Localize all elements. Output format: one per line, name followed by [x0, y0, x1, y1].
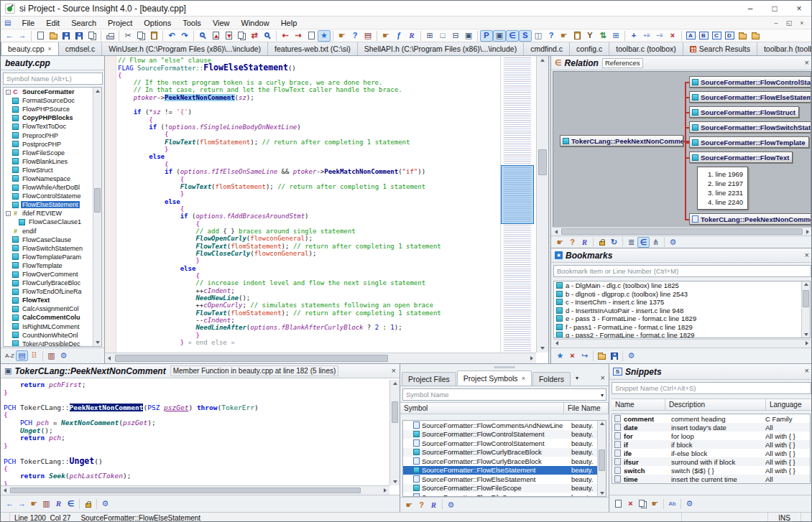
project-window-icon[interactable]: P	[480, 30, 493, 42]
browse-window-icon[interactable]: ☛	[558, 30, 571, 42]
project-tab-folders[interactable]: Folders	[532, 372, 571, 386]
project-symbol-row[interactable]: SourceFormatter::FlowCurlyBraceBlockbeau…	[403, 457, 606, 466]
remove-bookmark-icon[interactable]: ×	[566, 350, 578, 361]
context-window-icon[interactable]: ▣	[493, 30, 506, 42]
mdi-close-button[interactable]: ×	[795, 19, 808, 27]
symbol-window-toggle-icon[interactable]: ☛	[379, 30, 392, 42]
symbol-item[interactable]: FlowTemplate	[4, 261, 101, 270]
project-symbol-row[interactable]: SourceFormatter::FlowFileScopebeauty.	[403, 484, 606, 493]
bookmark-item[interactable]: d - InsertIsInAutoPair - insert.c line 9…	[554, 307, 810, 315]
delete-all-icon[interactable]: ×	[666, 30, 679, 42]
symbol-item[interactable]: FlowCaseClause1	[4, 218, 101, 226]
browse-project-icon[interactable]: ☛	[336, 30, 349, 42]
minimap-viewport[interactable]	[501, 165, 534, 224]
symbol-item[interactable]: FlowOverComment	[4, 270, 101, 279]
project-close-icon[interactable]: ×	[601, 373, 605, 382]
add-bookmark-icon[interactable]: ★	[554, 350, 566, 361]
menu-window[interactable]: Window	[236, 17, 275, 29]
sort-alphabetic-icon[interactable]: A-Z	[4, 350, 16, 361]
editor-code[interactable]: // Flow an "else" clauseFLAG SourceForma…	[118, 57, 499, 353]
maximize-button[interactable]: □	[762, 1, 787, 16]
context-lock-icon[interactable]	[82, 498, 94, 509]
project-symbol-row[interactable]: SourceFormatter::FlowControlStatementbea…	[403, 439, 606, 448]
snippet-row[interactable]: timeinsert the current timeAll	[612, 475, 810, 483]
bookmark-item[interactable]: c - InsertChm - insert.c line 1375	[554, 298, 810, 307]
browse-symbol-icon[interactable]	[261, 30, 274, 42]
symbol-item[interactable]: FlowControlStateme	[4, 192, 101, 200]
symbol-item[interactable]: PreprocPHP	[4, 131, 101, 139]
bookmark-horizontal-scrollbar[interactable]	[553, 339, 811, 347]
tab-cmdsel.c[interactable]: cmdsel.c	[59, 42, 102, 55]
context-forward-icon[interactable]: →	[16, 498, 28, 509]
snippets-close-icon[interactable]: ×	[805, 366, 809, 375]
project-tab-project-symbols[interactable]: Project Symbols×	[457, 370, 532, 386]
search-backward-icon[interactable]	[209, 30, 222, 42]
menu-edit[interactable]: Edit	[40, 17, 65, 29]
tree-expander-icon[interactable]: -	[6, 211, 11, 216]
tab-cmdfind.c[interactable]: cmdfind.c	[524, 42, 570, 55]
reference-book-icon[interactable]: ▥	[45, 350, 57, 361]
search-icon[interactable]	[196, 30, 209, 42]
search-files-icon[interactable]	[235, 30, 248, 42]
new-window-icon[interactable]: ⊞	[609, 30, 622, 42]
reference-line-item[interactable]: 4. line 2240	[708, 197, 743, 207]
relation-node[interactable]: TokerCLang::PeekNextNonComment	[560, 135, 683, 146]
snippet-row[interactable]: dateinsert today's dateAll	[612, 423, 810, 432]
context-vertical-scrollbar[interactable]	[389, 380, 400, 485]
project-drag-grip[interactable]	[400, 364, 609, 370]
relation-node[interactable]: SourceFormatter::FlowStruct	[689, 106, 799, 118]
project-symbol-row[interactable]: SourceFormatter::FlowElseStatementbeauty…	[403, 466, 606, 475]
relation-help-icon[interactable]: ?	[566, 237, 578, 248]
clip-window-icon[interactable]: ◫	[532, 30, 545, 42]
snippet-row[interactable]: ifif blockAll with { }	[612, 440, 810, 449]
symbol-item[interactable]: FlowSwitchStatemen	[4, 244, 101, 253]
tab-search[interactable]: Search Results	[683, 42, 757, 55]
tab-shellapi.h[interactable]: ShellAPI.h (C:\Program Files (x86)\...\i…	[358, 42, 524, 55]
save-as-icon[interactable]	[73, 30, 86, 42]
snippet-name-input[interactable]	[612, 382, 811, 394]
relation-close-icon[interactable]: ×	[805, 58, 809, 67]
context-horizontal-scrollbar[interactable]	[1, 485, 389, 495]
cut-icon[interactable]: ✂	[121, 30, 134, 42]
undo-icon[interactable]: ↶	[165, 30, 178, 42]
back-icon[interactable]: ←	[3, 30, 16, 42]
snippet-row[interactable]: forfor loopAll with { }	[612, 432, 810, 440]
symbol-item[interactable]: FlowTextToDoc	[4, 122, 101, 131]
bookmark-item[interactable]: a - DlgMain - dlg.c (toolbox) line 1825	[554, 281, 810, 290]
style-folder-new-icon[interactable]	[749, 30, 762, 42]
menu-search[interactable]: Search	[65, 17, 102, 29]
symbol-item[interactable]: CalcCommentColu	[4, 313, 101, 322]
open-file-icon[interactable]	[47, 30, 60, 42]
menu-file[interactable]: File	[16, 17, 40, 29]
clipboard-window-icon[interactable]	[571, 30, 583, 42]
relation-node[interactable]: SourceFormatter::FlowText	[689, 152, 793, 163]
project-help-icon[interactable]: ?	[415, 500, 428, 511]
menu-view[interactable]: View	[207, 17, 236, 29]
print-icon[interactable]	[103, 30, 116, 42]
tab-features-web.txt[interactable]: features-web.txt (C:\si)	[268, 42, 358, 55]
paste-icon[interactable]	[147, 30, 160, 42]
new-snippet-icon[interactable]	[612, 498, 624, 509]
bookmark-filter-input[interactable]	[553, 265, 811, 277]
add-list-icon[interactable]: +≡	[640, 30, 653, 42]
snippet-settings-icon[interactable]: ⚙	[683, 498, 696, 509]
symbol-name-input[interactable]	[3, 73, 103, 85]
window-single-icon[interactable]: □	[436, 30, 449, 42]
snippet-row[interactable]: switchswitch ($i$) { }All with { }	[612, 466, 810, 475]
project-list-scrollbar[interactable]	[597, 421, 606, 496]
project-column-headers[interactable]: Symbol File Name	[400, 402, 609, 414]
relation-reference-lines[interactable]: 1. line 19692. line 21973. line 22314. l…	[697, 167, 748, 210]
window-cascade-icon[interactable]: ▣	[462, 30, 475, 42]
macro-r-icon[interactable]: R	[405, 30, 418, 42]
symbol-settings-icon[interactable]: ⚙	[57, 350, 70, 361]
menu-help[interactable]: Help	[275, 17, 303, 29]
project-symbol-name-input[interactable]	[402, 388, 606, 401]
minimize-button[interactable]: –	[738, 1, 762, 16]
graph-view-horizontal-icon[interactable]: ∈	[637, 237, 650, 248]
style-a-icon[interactable]: A	[684, 30, 697, 42]
forward-icon[interactable]: →	[16, 30, 29, 42]
search-forward-icon[interactable]	[222, 30, 235, 42]
relation-graph[interactable]: SourceFormatter::FlowControlStatementSou…	[553, 71, 811, 228]
editor-vertical-scrollbar[interactable]	[536, 56, 548, 353]
symbol-item[interactable]: FlowElseStatement	[4, 200, 101, 209]
